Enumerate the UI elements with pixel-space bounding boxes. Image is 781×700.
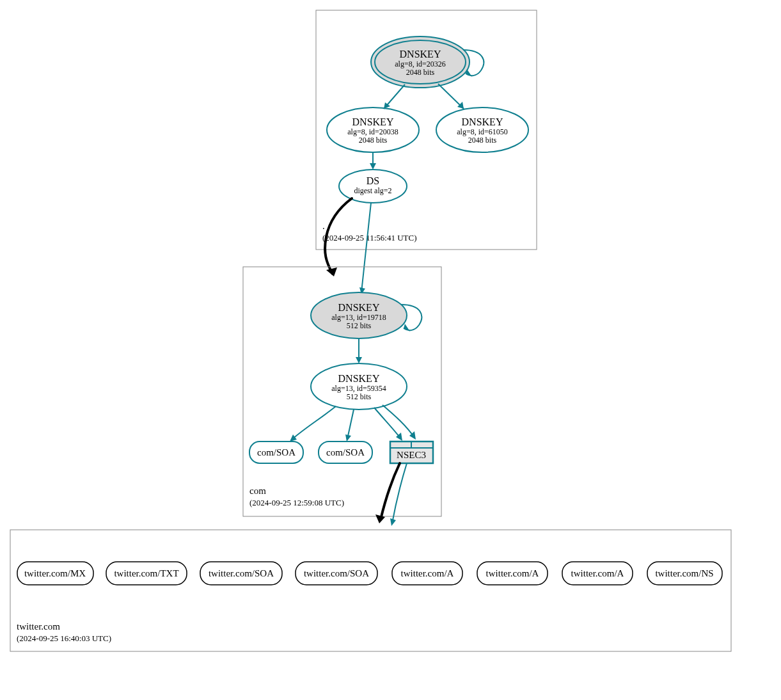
zone-root: . (2024-09-25 11:56:41 UTC) DNSKEY alg=8… (316, 10, 537, 250)
svg-text:2048 bits: 2048 bits (359, 136, 388, 145)
svg-text:DNSKEY: DNSKEY (352, 116, 394, 127)
node-com-soa2: com/SOA (319, 441, 372, 463)
svg-marker-20 (370, 163, 376, 170)
node-twitter-a1: twitter.com/A (392, 562, 462, 585)
svg-text:twitter.com/SOA: twitter.com/SOA (304, 568, 369, 578)
zone-com: com (2024-09-25 12:59:08 UTC) DNSKEY alg… (243, 267, 441, 516)
node-twitter-ns: twitter.com/NS (647, 562, 722, 585)
node-twitter-a3: twitter.com/A (562, 562, 633, 585)
node-twitter-a2: twitter.com/A (477, 562, 548, 585)
node-root-zsk1: DNSKEY alg=8, id=20038 2048 bits (327, 107, 419, 152)
svg-text:2048 bits: 2048 bits (406, 68, 435, 77)
node-com-nsec3: NSEC3 (390, 441, 433, 463)
svg-text:twitter.com/SOA: twitter.com/SOA (209, 568, 274, 578)
svg-text:twitter.com/A: twitter.com/A (401, 568, 454, 578)
zone-com-timestamp: (2024-09-25 12:59:08 UTC) (249, 498, 344, 507)
svg-marker-21 (326, 267, 337, 276)
zone-twitter-timestamp: (2024-09-25 16:40:03 UTC) (17, 633, 111, 643)
node-com-zsk: DNSKEY alg=13, id=59354 512 bits (311, 363, 407, 410)
svg-text:2048 bits: 2048 bits (468, 136, 497, 145)
svg-text:twitter.com/NS: twitter.com/NS (655, 568, 713, 578)
node-root-ds: DS digest alg=2 (339, 170, 407, 203)
svg-marker-33 (356, 357, 362, 363)
zone-twitter: twitter.com (2024-09-25 16:40:03 UTC) tw… (10, 530, 731, 651)
node-twitter-txt: twitter.com/TXT (106, 562, 187, 585)
svg-marker-43 (345, 434, 351, 441)
node-root-zsk2: DNSKEY alg=8, id=61050 2048 bits (436, 107, 528, 152)
zone-root-timestamp: (2024-09-25 11:56:41 UTC) (322, 233, 417, 243)
zone-root-name: . (322, 221, 325, 231)
svg-marker-47 (390, 518, 396, 526)
svg-text:digest alg=2: digest alg=2 (354, 186, 391, 195)
svg-text:DS: DS (367, 175, 379, 186)
svg-text:DNSKEY: DNSKEY (338, 373, 380, 384)
zone-com-name: com (249, 486, 266, 496)
svg-text:alg=8, id=20326: alg=8, id=20326 (395, 60, 446, 68)
svg-text:DNSKEY: DNSKEY (338, 302, 380, 313)
node-twitter-mx: twitter.com/MX (17, 562, 93, 585)
node-com-soa1: com/SOA (249, 441, 303, 463)
zone-twitter-name: twitter.com (17, 621, 60, 632)
svg-text:DNSKEY: DNSKEY (462, 116, 503, 127)
node-root-ksk: DNSKEY alg=8, id=20326 2048 bits (371, 36, 469, 88)
svg-text:512 bits: 512 bits (347, 392, 372, 401)
svg-text:alg=8, id=20038: alg=8, id=20038 (347, 127, 398, 136)
svg-text:com/SOA: com/SOA (326, 447, 365, 457)
svg-text:DNSKEY: DNSKEY (400, 49, 441, 60)
svg-text:alg=8, id=61050: alg=8, id=61050 (457, 127, 508, 136)
svg-text:twitter.com/TXT: twitter.com/TXT (114, 568, 178, 578)
svg-text:twitter.com/MX: twitter.com/MX (24, 568, 86, 578)
node-twitter-soa2: twitter.com/SOA (296, 562, 377, 585)
svg-text:com/SOA: com/SOA (257, 447, 296, 457)
svg-text:512 bits: 512 bits (347, 321, 372, 330)
svg-text:twitter.com/A: twitter.com/A (486, 568, 539, 578)
svg-rect-48 (10, 530, 731, 651)
svg-text:alg=13, id=19718: alg=13, id=19718 (331, 313, 386, 322)
node-com-ksk: DNSKEY alg=13, id=19718 512 bits (311, 292, 407, 338)
dnssec-chain-diagram: . (2024-09-25 11:56:41 UTC) DNSKEY alg=8… (0, 0, 781, 700)
svg-marker-46 (375, 514, 385, 523)
svg-text:alg=13, id=59354: alg=13, id=59354 (331, 384, 386, 393)
node-twitter-soa1: twitter.com/SOA (200, 562, 282, 585)
svg-text:twitter.com/A: twitter.com/A (571, 568, 624, 578)
svg-text:NSEC3: NSEC3 (397, 450, 426, 460)
